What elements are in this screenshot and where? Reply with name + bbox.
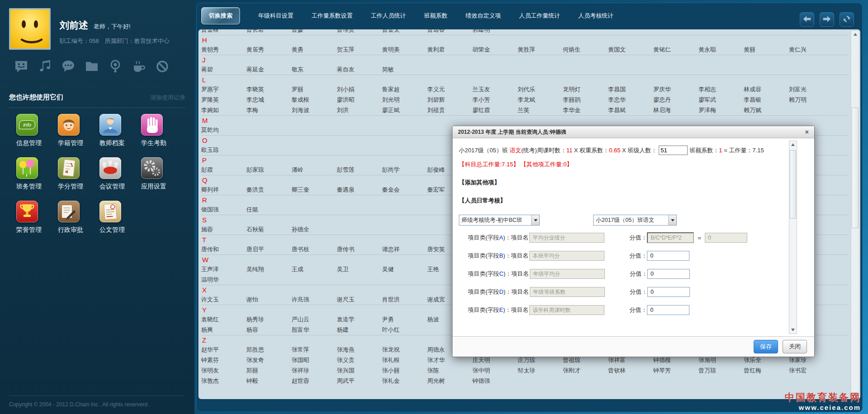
person-name[interactable]: 张龙祝 xyxy=(382,346,427,354)
person-name[interactable]: 杨爽 xyxy=(201,326,246,334)
person-name[interactable]: 杨容 xyxy=(246,326,292,334)
person-name[interactable]: 彭雪莲 xyxy=(337,166,382,174)
person-name[interactable]: 蒋延金 xyxy=(246,66,292,74)
person-name[interactable]: 肖世洪 xyxy=(382,296,427,304)
person-name[interactable]: 黄铭仁 xyxy=(653,46,698,54)
forward-button[interactable] xyxy=(820,12,834,27)
score-value-input[interactable] xyxy=(647,305,689,315)
person-name[interactable]: 胡荣金 xyxy=(472,46,518,54)
person-name[interactable]: 林成容 xyxy=(744,85,789,94)
person-name[interactable]: 唐书枝 xyxy=(292,245,337,254)
person-name[interactable]: 欧玉琼 xyxy=(201,146,246,154)
person-name[interactable]: 简敏 xyxy=(382,66,427,74)
scroll-down-icon[interactable] xyxy=(789,326,797,334)
person-name[interactable]: 曾理贤 xyxy=(337,29,382,34)
person-name[interactable]: 刘祖贵 xyxy=(427,106,472,114)
person-name[interactable]: 钟琴芳 xyxy=(653,367,698,375)
person-name[interactable]: 贺玉萍 xyxy=(337,46,382,54)
person-name[interactable]: 黄利君 xyxy=(427,46,472,54)
person-name[interactable]: 潘岭 xyxy=(292,166,337,174)
app-item[interactable]: 班务管理 xyxy=(16,157,58,191)
person-name[interactable]: 李华金 xyxy=(563,106,608,114)
formula-input[interactable] xyxy=(647,232,694,243)
person-name[interactable]: 张才华 xyxy=(427,356,472,364)
person-name[interactable]: 孙德全 xyxy=(292,226,337,234)
block-icon[interactable] xyxy=(155,59,170,74)
refresh-button[interactable] xyxy=(840,12,854,27)
person-name[interactable]: 李昌国 xyxy=(608,85,653,94)
person-name[interactable]: 周光树 xyxy=(427,377,472,385)
item-name-input[interactable] xyxy=(530,287,605,297)
app-item[interactable]: 会议管理 xyxy=(99,157,141,191)
person-name[interactable]: 赵世蓉 xyxy=(292,377,337,385)
person-name[interactable]: 蒋自友 xyxy=(337,66,382,74)
scroll-up-icon[interactable] xyxy=(851,31,859,38)
person-name[interactable]: 杨秀珍 xyxy=(246,315,292,324)
person-name[interactable]: 黄胜萍 xyxy=(518,46,563,54)
person-name[interactable]: 李梅 xyxy=(246,106,292,114)
person-name[interactable]: 刘代乐 xyxy=(518,85,563,94)
person-name[interactable]: 许文玉 xyxy=(201,296,246,304)
person-name[interactable]: 谢尺玉 xyxy=(337,296,382,304)
person-name[interactable]: 张敦杰 xyxy=(201,377,246,385)
person-name[interactable]: 廖红霞 xyxy=(472,106,518,114)
coffee-icon[interactable] xyxy=(131,59,146,74)
chevron-down-icon[interactable] xyxy=(668,215,676,225)
person-name[interactable]: 赵华平 xyxy=(201,346,246,354)
person-name[interactable]: 刘光明 xyxy=(382,96,427,104)
person-name[interactable]: 李晓英 xyxy=(246,85,292,94)
person-name[interactable]: 何炳生 xyxy=(563,46,608,54)
person-name[interactable]: 刘海波 xyxy=(292,106,337,114)
person-name[interactable]: 罗惠宇 xyxy=(201,85,246,94)
person-name[interactable]: 黄居秀 xyxy=(246,46,292,54)
tab-2[interactable]: 年级科目设置 xyxy=(258,12,293,20)
person-name[interactable]: 李丽鹃 xyxy=(563,96,608,104)
person-name[interactable]: 林启海 xyxy=(653,106,698,114)
folder-icon[interactable] xyxy=(84,59,99,74)
person-name[interactable]: 曾祖琼 xyxy=(563,356,608,364)
person-name[interactable]: 钟毅 xyxy=(246,377,292,385)
person-name[interactable]: 郑胜恩 xyxy=(246,346,292,354)
app-item[interactable]: 学籍管理 xyxy=(58,114,99,147)
person-name[interactable]: 张礼金 xyxy=(382,377,427,385)
person-name[interactable]: 杨建 xyxy=(337,326,382,334)
person-name[interactable]: 尹勇 xyxy=(382,315,427,324)
person-name[interactable]: 黄明美 xyxy=(382,46,427,54)
person-name[interactable]: 周武平 xyxy=(337,377,382,385)
person-name[interactable]: 吴健 xyxy=(382,265,427,273)
person-name[interactable]: 张小丽 xyxy=(382,367,427,375)
person-name[interactable]: 卿三奎 xyxy=(292,186,337,194)
person-name[interactable]: 黄永聪 xyxy=(698,46,744,54)
person-name[interactable]: 施蓉 xyxy=(201,226,246,234)
person-name[interactable]: 张兴国 xyxy=(337,367,382,375)
tab-4[interactable]: 工作人员统计 xyxy=(371,12,406,20)
app-item[interactable]: 学分管理 xyxy=(58,157,99,191)
tab-7[interactable]: 人员工作量统计 xyxy=(519,12,560,20)
score-value-input[interactable] xyxy=(647,269,690,279)
person-name[interactable]: 严山云 xyxy=(292,315,337,324)
person-name[interactable]: 李义元 xyxy=(427,85,472,94)
assessment-scheme-select[interactable]: 师绩考核统考-初中BC班 xyxy=(459,215,540,226)
person-name[interactable]: 郭建明 xyxy=(472,29,518,34)
person-name[interactable]: 刘小娟 xyxy=(337,85,382,94)
person-name[interactable]: 钟素芬 xyxy=(201,356,246,364)
person-name[interactable]: 黄国文 xyxy=(608,46,653,54)
person-name[interactable]: 张明友 xyxy=(201,367,246,375)
app-item[interactable]: 荣誉管理 xyxy=(16,201,58,234)
person-name[interactable]: 莫乾均 xyxy=(201,126,246,134)
item-name-input[interactable] xyxy=(529,233,604,243)
person-name[interactable]: 张家珍 xyxy=(789,356,834,364)
person-name[interactable]: 唐启平 xyxy=(246,245,292,254)
person-name[interactable]: 谢怡 xyxy=(246,296,292,304)
chevron-down-icon[interactable] xyxy=(531,215,539,225)
person-name[interactable]: 罗庆华 xyxy=(653,85,698,94)
person-name[interactable]: 兰英 xyxy=(518,106,563,114)
person-name[interactable]: 罗丽 xyxy=(292,85,337,94)
scrollbar-thumb[interactable] xyxy=(790,150,796,219)
person-name[interactable]: 庄天明 xyxy=(472,356,518,364)
person-name[interactable]: 廖正斌 xyxy=(382,106,427,114)
person-name[interactable]: 吴纯翔 xyxy=(246,265,292,273)
person-name[interactable]: 兰玉友 xyxy=(472,85,518,94)
comment-dots-icon[interactable] xyxy=(61,59,76,74)
back-button[interactable] xyxy=(800,12,814,27)
